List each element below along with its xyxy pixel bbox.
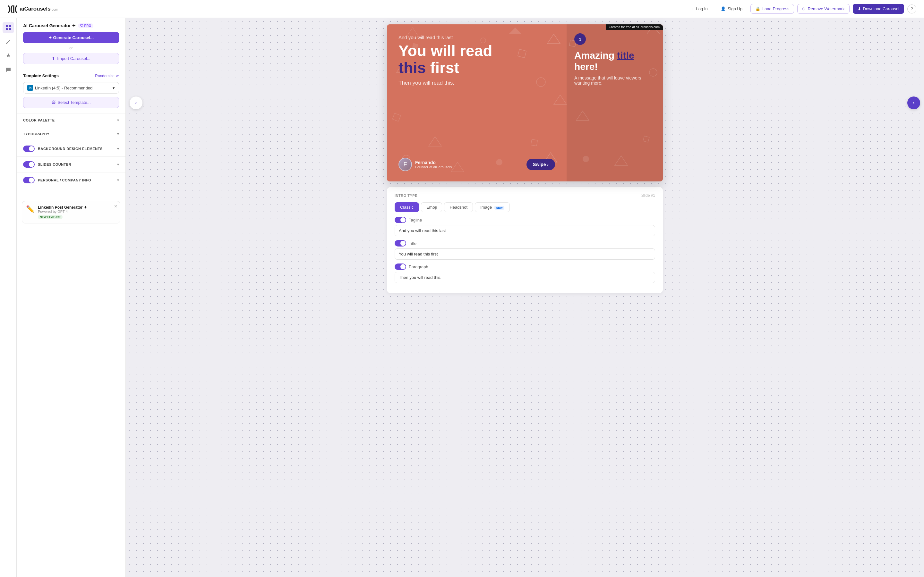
svg-rect-2 xyxy=(6,28,8,30)
remove-icon: ⊖ xyxy=(802,6,806,11)
icon-bar-brush[interactable] xyxy=(3,36,14,47)
paragraph-field-row: Paragraph xyxy=(395,263,655,283)
center-area: ‹ xyxy=(126,18,924,577)
promo-subtitle: Powered by GPT-4 xyxy=(38,210,116,213)
nav-actions: → Log In 👤 Sign Up 🔒 Load Progress ⊖ Rem… xyxy=(685,4,916,14)
generate-carousel-button[interactable]: ✦ Generate Carousel... xyxy=(23,32,119,43)
icon-bar-star[interactable] xyxy=(3,50,14,61)
bg-elements-chevron: ▾ xyxy=(117,147,119,151)
help-icon[interactable]: ? xyxy=(907,5,916,13)
linkedin-option: LinkedIn (4:5) - Recommended xyxy=(35,85,92,90)
settings-title: Template Settings xyxy=(23,73,59,78)
ai-generator-title: AI Carousel Generator ✦ xyxy=(23,23,76,28)
slides-counter-label: SLIDES COUNTER xyxy=(38,163,71,166)
load-progress-button[interactable]: 🔒 Load Progress xyxy=(750,4,795,14)
logo-brackets: )(|( xyxy=(8,4,17,14)
import-carousel-button[interactable]: ⬆ Import Carousel... xyxy=(23,53,119,64)
slide1-top: And you will read this last You will rea… xyxy=(399,35,555,86)
signup-label: Sign Up xyxy=(728,6,742,11)
title-toggle[interactable] xyxy=(395,240,406,247)
color-palette-row[interactable]: COLOR PALETTE ▾ xyxy=(17,113,126,127)
panel-title: AI Carousel Generator ✦ 🛡 PRO xyxy=(23,23,119,28)
slide1-author: F Fernando Founder at aiCarousels xyxy=(399,158,452,171)
remove-watermark-button[interactable]: ⊖ Remove Watermark xyxy=(797,4,849,14)
slide2-content: 1 Amazing title here! A message that wil… xyxy=(567,24,663,181)
personal-info-row[interactable]: PERSONAL / COMPANY INFO ▾ xyxy=(17,172,126,188)
color-palette-label: COLOR PALETTE xyxy=(23,118,55,122)
signup-icon: 👤 xyxy=(720,6,726,11)
generate-label: ✦ Generate Carousel... xyxy=(48,35,94,40)
import-icon: ⬆ xyxy=(52,56,55,61)
template-icon: 🖼 xyxy=(51,100,55,105)
bottom-editor: INTRO TYPE Slide #1 Classic Emoji Headsh… xyxy=(387,187,663,293)
slide2-counter: 1 xyxy=(574,33,586,45)
type-tabs: Classic Emoji Headshot Image NEW xyxy=(395,202,655,212)
personal-info-label: PERSONAL / COMPANY INFO xyxy=(38,178,91,182)
icon-bar-grid[interactable] xyxy=(3,22,14,33)
svg-rect-1 xyxy=(9,25,11,27)
slide1-footer: F Fernando Founder at aiCarousels Swipe … xyxy=(399,158,555,171)
bg-elements-row[interactable]: BACKGROUND DESIGN ELEMENTS ▾ xyxy=(17,141,126,157)
carousel-container: And you will read this last You will rea… xyxy=(387,24,663,181)
slides-counter-toggle[interactable] xyxy=(23,161,35,168)
author-info: Fernando Founder at aiCarousels xyxy=(415,160,452,169)
promo-title: LinkedIn Post Generator ✦ xyxy=(38,205,116,210)
select-template-button[interactable]: 🖼 Select Template... xyxy=(23,97,119,108)
pro-badge: 🛡 PRO xyxy=(78,23,94,28)
shield-icon: 🛡 xyxy=(80,24,83,27)
new-badge: NEW xyxy=(494,206,504,210)
panel-header: AI Carousel Generator ✦ 🛡 PRO ✦ Generate… xyxy=(17,18,126,68)
slides-counter-chevron: ▾ xyxy=(117,162,119,167)
tab-headshot[interactable]: Headshot xyxy=(444,202,473,212)
tagline-input[interactable] xyxy=(395,225,655,236)
tab-classic[interactable]: Classic xyxy=(395,202,419,212)
bg-elements-toggle[interactable] xyxy=(23,145,35,152)
intro-type-label: INTRO TYPE xyxy=(395,193,417,197)
editor-header: INTRO TYPE Slide #1 xyxy=(395,193,655,198)
login-button[interactable]: → Log In xyxy=(685,4,712,14)
download-carousel-button[interactable]: ⬇ Download Carousel xyxy=(853,4,904,14)
slide2-highlight: title xyxy=(617,50,634,61)
tagline-label: Tagline xyxy=(409,218,422,222)
slide-main: And you will read this last You will rea… xyxy=(387,24,567,181)
tab-image[interactable]: Image NEW xyxy=(475,202,510,212)
promo-close-button[interactable]: ✕ xyxy=(114,204,118,209)
svg-rect-0 xyxy=(6,25,8,27)
settings-header: Template Settings Randomize ⟳ xyxy=(23,73,119,78)
import-label: Import Carousel... xyxy=(57,56,90,61)
slides-counter-left: SLIDES COUNTER xyxy=(23,161,71,168)
personal-info-toggle[interactable] xyxy=(23,177,35,183)
login-label: Log In xyxy=(696,6,708,11)
slide1-highlight: this xyxy=(399,59,426,76)
slides-counter-row[interactable]: SLIDES COUNTER ▾ xyxy=(17,157,126,172)
main-layout: AI Carousel Generator ✦ 🛡 PRO ✦ Generate… xyxy=(0,18,924,577)
randomize-button[interactable]: Randomize ⟳ xyxy=(95,74,119,78)
paragraph-toggle[interactable] xyxy=(395,263,406,270)
swipe-button[interactable]: Swipe › xyxy=(527,159,555,170)
signup-button[interactable]: 👤 Sign Up xyxy=(716,4,747,14)
prev-slide-button[interactable]: ‹ xyxy=(129,97,142,109)
typography-label: TYPOGRAPHY xyxy=(23,132,49,136)
format-dropdown[interactable]: in LinkedIn (4:5) - Recommended ▾ xyxy=(23,82,119,93)
icon-bar-chat[interactable] xyxy=(3,64,14,76)
next-slide-button[interactable]: › xyxy=(907,97,920,109)
remove-watermark-label: Remove Watermark xyxy=(808,6,845,11)
title-input[interactable] xyxy=(395,248,655,259)
download-icon: ⬇ xyxy=(858,6,861,11)
promo-content: LinkedIn Post Generator ✦ Powered by GPT… xyxy=(38,205,116,219)
slide1-title: You will read this first xyxy=(399,43,555,77)
tagline-toggle-row: Tagline xyxy=(395,217,655,223)
template-settings: Template Settings Randomize ⟳ in LinkedI… xyxy=(17,68,126,113)
author-avatar: F xyxy=(399,158,412,171)
tab-emoji[interactable]: Emoji xyxy=(421,202,443,212)
typography-row[interactable]: TYPOGRAPHY ▾ xyxy=(17,127,126,141)
author-title: Founder at aiCarousels xyxy=(415,165,452,169)
tagline-field-row: Tagline xyxy=(395,217,655,236)
icon-bar xyxy=(0,18,17,577)
carousel-wrapper: ‹ xyxy=(132,24,918,181)
paragraph-input[interactable] xyxy=(395,272,655,283)
author-name: Fernando xyxy=(415,160,452,165)
svg-rect-3 xyxy=(9,28,11,30)
tagline-toggle[interactable] xyxy=(395,217,406,223)
promo-icon: ✏️ xyxy=(26,205,35,213)
